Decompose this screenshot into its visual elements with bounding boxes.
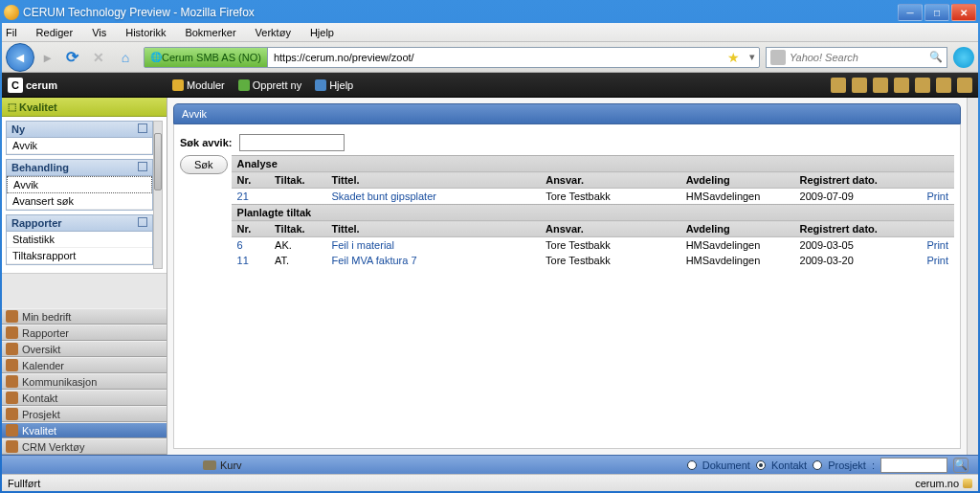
col-nr[interactable]: Nr. [232, 221, 270, 237]
kurv[interactable]: Kurv [203, 459, 242, 471]
search-go-icon[interactable]: 🔍 [925, 51, 947, 63]
toolbar-icon-3[interactable] [873, 78, 888, 93]
col-ansvar[interactable]: Ansvar. [540, 172, 680, 189]
collapse-icon[interactable] [138, 162, 147, 171]
accordion-oversikt[interactable]: Oversikt [2, 341, 167, 357]
toolbar-icon-7[interactable] [957, 78, 972, 93]
collapse-icon[interactable] [138, 123, 147, 133]
link-avansert-sok[interactable]: Avansert søk [7, 193, 152, 210]
bottom-search-input[interactable] [880, 458, 947, 473]
menu-moduler[interactable]: Moduler [172, 79, 225, 91]
logo[interactable]: Ccerum [8, 78, 57, 93]
toolbar-icon-4[interactable] [894, 78, 909, 93]
link-behandling-avvik[interactable]: Avvik [7, 176, 152, 193]
menu-hjelp[interactable]: Hjelp [315, 79, 353, 91]
panel-behandling-header[interactable]: Behandling [7, 160, 152, 176]
search-input[interactable] [790, 52, 925, 63]
col-ansvar[interactable]: Ansvar. [540, 221, 680, 237]
cell-tittel[interactable]: Skadet bunt gipsplater [331, 190, 435, 202]
home-button[interactable]: ⌂ [113, 45, 138, 70]
toolbar-icon-5[interactable] [915, 78, 930, 93]
url-input[interactable] [268, 48, 722, 67]
accordion-kvalitet[interactable]: Kvalitet [2, 422, 167, 438]
close-button[interactable]: ✕ [951, 4, 976, 21]
minimize-button[interactable]: ─ [898, 4, 923, 21]
print-link[interactable]: Print [926, 190, 948, 202]
toolbar-icon-6[interactable] [936, 78, 951, 93]
print-link[interactable]: Print [926, 239, 948, 251]
cell-nr[interactable]: 11 [237, 255, 249, 266]
table-row[interactable]: 11AT.Feil MVA faktura 7Tore TestbakkHMSa… [232, 253, 954, 268]
radio-kontakt[interactable] [756, 460, 766, 470]
accordion-kalender[interactable]: Kalender [2, 357, 167, 373]
back-button[interactable]: ◄ [6, 43, 34, 72]
collapse-icon[interactable] [138, 217, 147, 227]
search-engine-icon[interactable] [770, 50, 786, 65]
menu-history[interactable]: Historikk [125, 27, 175, 38]
table-row[interactable]: 21Skadet bunt gipsplaterTore TestbakkHMS… [232, 189, 954, 205]
accordion-label: Kommunikasjon [22, 376, 97, 388]
accordion-prosjekt[interactable]: Prosjekt [2, 406, 167, 422]
menu-bookmarks[interactable]: Bokmerker [185, 27, 245, 38]
menu-edit[interactable]: Rediger [36, 27, 83, 38]
accordion-rapporter[interactable]: Rapporter [2, 325, 167, 341]
menu-help[interactable]: Hjelp [310, 27, 344, 38]
menu-file[interactable]: Fil [6, 27, 27, 38]
col-nr[interactable]: Nr. [232, 172, 270, 189]
table-row[interactable]: 6AK.Feil i materialTore TestbakkHMSavdel… [232, 237, 954, 254]
cell-tittel[interactable]: Feil i material [331, 239, 393, 251]
bottom-search-icon[interactable]: 🔍 [953, 458, 969, 473]
radio-prosjekt[interactable] [813, 460, 822, 470]
menu-opprett-ny[interactable]: Opprett ny [238, 79, 301, 91]
stop-button[interactable]: ✕ [86, 45, 111, 70]
col-dato[interactable]: Registrert dato. [794, 221, 917, 237]
accordion-icon [6, 392, 18, 404]
link-statistikk[interactable]: Statistikk [7, 232, 152, 248]
accordion-kontakt[interactable]: Kontakt [2, 390, 167, 406]
bookmark-star-icon[interactable]: ★ [722, 50, 746, 65]
col-avdeling[interactable]: Avdeling [680, 221, 794, 237]
reload-button[interactable]: ⟳ [59, 45, 84, 70]
cell-nr[interactable]: 6 [237, 239, 243, 251]
main-scrollbar[interactable] [967, 98, 978, 455]
col-tittel[interactable]: Tittel. [325, 172, 540, 189]
site-identity-badge[interactable]: 🌐 Cerum SMB AS (NO) [145, 48, 268, 67]
sidebar-section-kvalitet[interactable]: ⬚Kvalitet [2, 98, 167, 117]
toolbar-icon-2[interactable] [852, 78, 867, 93]
forward-button[interactable]: ▸ [36, 47, 57, 68]
url-bar[interactable]: 🌐 Cerum SMB AS (NO) ★ ▾ [144, 47, 760, 68]
url-dropdown-icon[interactable]: ▾ [746, 51, 759, 63]
radio-dokument[interactable] [687, 460, 697, 470]
search-bar[interactable]: 🔍 [766, 47, 947, 68]
accordion-icon [6, 440, 18, 453]
window: CERUM Technology Preview - Mozilla Firef… [0, 0, 980, 493]
sidebar-scrollbar[interactable] [153, 121, 163, 269]
skype-icon[interactable] [953, 47, 974, 68]
main-area: Avvik Søk avvik: Søk Analyse Nr. Tiltak. [167, 98, 967, 455]
cell-tittel[interactable]: Feil MVA faktura 7 [331, 255, 416, 266]
cell-nr[interactable]: 21 [237, 190, 249, 202]
panel-ny-header[interactable]: Ny [7, 122, 152, 138]
toolbar-icon-1[interactable] [831, 78, 846, 93]
accordion-min-bedrift[interactable]: Min bedrift [2, 308, 167, 325]
link-ny-avvik[interactable]: Avvik [7, 138, 152, 154]
print-link[interactable]: Print [926, 255, 948, 266]
cell-tiltak: AK. [269, 237, 325, 254]
col-tiltak[interactable]: Tiltak. [269, 172, 325, 189]
accordion-crm-verktøy[interactable]: CRM Verktøy [2, 438, 167, 455]
menu-tools[interactable]: Verktøy [256, 27, 301, 38]
search-button[interactable]: Søk [180, 155, 228, 174]
search-avvik-input[interactable] [239, 134, 345, 151]
panel-rapporter-header[interactable]: Rapporter [7, 215, 152, 232]
table-planlagte: Nr. Tiltak. Tittel. Ansvar. Avdeling Reg… [232, 220, 954, 268]
col-dato[interactable]: Registrert dato. [794, 172, 917, 189]
menu-view[interactable]: Vis [92, 27, 116, 38]
accordion-label: Kontakt [22, 392, 57, 404]
link-tiltaksrapport[interactable]: Tiltaksrapport [7, 248, 152, 264]
col-avdeling[interactable]: Avdeling [680, 172, 794, 189]
titlebar: CERUM Technology Preview - Mozilla Firef… [2, 2, 978, 23]
col-tittel[interactable]: Tittel. [325, 221, 540, 237]
maximize-button[interactable]: □ [924, 4, 949, 21]
col-tiltak[interactable]: Tiltak. [269, 221, 325, 237]
accordion-kommunikasjon[interactable]: Kommunikasjon [2, 373, 167, 390]
